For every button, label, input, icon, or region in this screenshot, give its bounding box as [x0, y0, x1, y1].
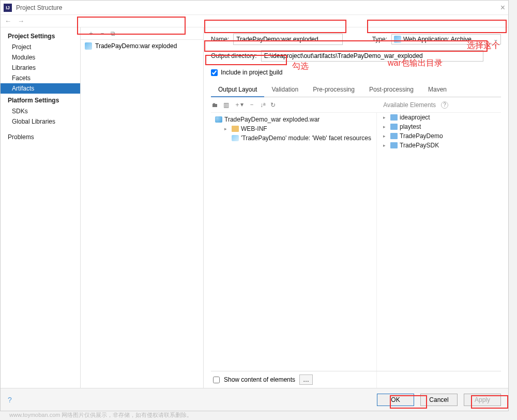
tabs: Output Layout Validation Pre-processing …: [211, 83, 501, 97]
tab-output-layout[interactable]: Output Layout: [211, 83, 264, 97]
add-icon[interactable]: ＋: [88, 29, 94, 38]
sidebar-item-sdks[interactable]: SDKs: [1, 106, 80, 116]
apply-button[interactable]: Apply: [464, 394, 501, 406]
type-label: Type:: [372, 36, 387, 43]
sidebar-item-problems[interactable]: Problems: [1, 132, 80, 142]
remove-icon[interactable]: －: [99, 29, 105, 38]
tab-pre-processing[interactable]: Pre-processing: [306, 83, 362, 97]
tree-item-facet[interactable]: 'TradePayDemo' module: 'Web' facet resou…: [211, 133, 376, 143]
remove-icon[interactable]: －: [249, 100, 255, 109]
sidebar-item-facets[interactable]: Facets: [1, 73, 80, 83]
tree-item-webinf[interactable]: ▸ WEB-INF: [211, 124, 376, 133]
close-icon[interactable]: ×: [500, 3, 505, 12]
stack-icon[interactable]: ▥: [223, 101, 229, 109]
artifact-list-panel: ＋ － ⧉ TradePayDemo:war exploded: [81, 27, 204, 388]
help-icon[interactable]: ?: [441, 101, 448, 109]
available-item[interactable]: ▸TradePaySDK: [379, 141, 501, 150]
project-folder-icon: [390, 114, 398, 121]
project-folder-icon: [390, 124, 398, 130]
sidebar-heading-project: Project Settings: [1, 29, 80, 42]
type-value: Web Application: Archive: [403, 36, 472, 43]
dots-button[interactable]: …: [299, 374, 313, 385]
sidebar-item-global-libraries[interactable]: Global Libraries: [1, 116, 80, 127]
expander-icon[interactable]: ▸: [224, 126, 230, 131]
war-icon: [215, 116, 222, 123]
name-label: Name:: [211, 36, 229, 43]
show-content-label: Show content of elements: [224, 376, 295, 383]
type-combo[interactable]: Web Application: Archive ⌄: [391, 34, 501, 44]
back-icon[interactable]: ←: [3, 16, 13, 26]
available-item[interactable]: ▸ideaproject: [379, 113, 501, 122]
sidebar-item-libraries[interactable]: Libraries: [1, 63, 80, 73]
output-dir-label: Output directory:: [211, 52, 257, 59]
window-title: Project Structure: [16, 4, 62, 11]
forward-icon[interactable]: →: [16, 16, 26, 26]
copy-icon[interactable]: ⧉: [111, 30, 115, 37]
available-elements-header: Available Elements: [383, 101, 436, 109]
tree-item-war[interactable]: TradePayDemo_war exploded.war: [211, 115, 376, 124]
include-build-label: Include in project build: [221, 69, 282, 76]
sidebar-heading-platform: Platform Settings: [1, 94, 80, 106]
artifact-detail: Name: Type: Web Application: Archive ⌄ O…: [204, 27, 508, 388]
artifact-icon: [85, 42, 92, 50]
new-folder-icon[interactable]: 🖿: [212, 101, 218, 109]
available-elements-tree[interactable]: ▸ideaproject ▸playtest ▸TradePayDemo ▸Tr…: [377, 113, 501, 388]
ok-button[interactable]: OK: [377, 394, 414, 406]
sidebar-item-artifacts[interactable]: Artifacts: [1, 83, 80, 94]
sidebar: Project Settings Project Modules Librari…: [1, 27, 81, 388]
sidebar-item-project[interactable]: Project: [1, 42, 80, 52]
available-item[interactable]: ▸TradePayDemo: [379, 131, 501, 141]
include-build-checkbox[interactable]: [211, 69, 218, 76]
app-icon: IJ: [4, 4, 12, 12]
available-item[interactable]: ▸playtest: [379, 122, 501, 131]
tab-validation[interactable]: Validation: [264, 83, 306, 97]
annotation-arrow-icon: ↑: [494, 42, 497, 50]
refresh-icon[interactable]: ↻: [270, 101, 276, 109]
sort-icon[interactable]: ↓ª: [260, 101, 265, 109]
folder-icon: [232, 126, 239, 132]
tab-maven[interactable]: Maven: [421, 83, 454, 97]
tab-post-processing[interactable]: Post-processing: [362, 83, 421, 97]
output-layout-tree[interactable]: TradePayDemo_war exploded.war ▸ WEB-INF …: [211, 113, 377, 388]
name-input[interactable]: [233, 34, 343, 45]
project-folder-icon: [390, 133, 398, 139]
chevron-down-icon: ⌄: [493, 36, 498, 43]
output-dir-input[interactable]: [261, 50, 483, 62]
facet-icon: [232, 135, 239, 141]
help-icon[interactable]: ?: [8, 396, 12, 404]
add-icon[interactable]: ＋▾: [234, 100, 244, 109]
artifact-list-item[interactable]: TradePayDemo:war exploded: [81, 40, 203, 52]
web-app-icon: [394, 36, 401, 43]
artifact-label: TradePayDemo:war exploded: [95, 42, 177, 50]
sidebar-item-modules[interactable]: Modules: [1, 52, 80, 63]
show-content-checkbox[interactable]: [213, 377, 220, 383]
project-folder-icon: [390, 142, 398, 148]
watermark: www.toymoban.com 网络图片仅供展示，非存储，如有侵权请联系删除。: [9, 411, 192, 419]
cancel-button[interactable]: Cancel: [420, 394, 458, 406]
